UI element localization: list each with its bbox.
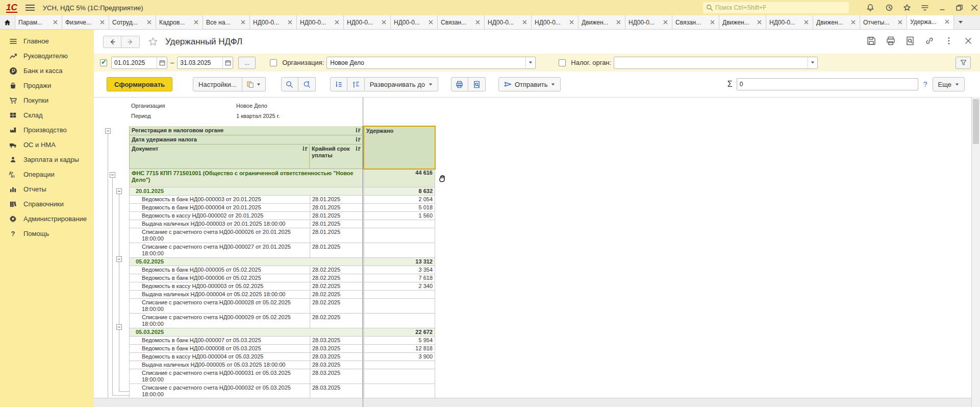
table-row[interactable]: Списание с расчетного счета НД00-000029 … [129,314,876,328]
tab-close-icon[interactable] [53,19,59,26]
sidebar-item-main[interactable]: Главное [0,34,94,49]
document-tab[interactable]: НД00-0... [532,15,579,29]
tab-close-icon[interactable] [240,19,246,26]
document-tab[interactable]: Парам... [15,15,62,29]
sidebar-item-administration[interactable]: Администрирование [0,211,94,226]
calendar-icon[interactable] [222,57,233,68]
calendar-icon[interactable] [157,57,167,68]
table-row[interactable]: Выдача наличных НД00-000005 от 05.03.202… [129,361,876,369]
tab-close-icon[interactable] [99,19,106,26]
tab-close-icon[interactable] [334,19,340,26]
autosum-field[interactable] [737,78,918,90]
sort-icon[interactable] [355,146,361,152]
table-row[interactable]: Списание с расчетного счета НД00-000031 … [129,369,876,384]
column-header-registration[interactable]: Регистрация в налоговом органе [129,126,363,135]
sort-icon[interactable] [355,128,361,134]
notifications-bell-icon[interactable] [866,4,875,12]
restore-window-icon[interactable] [955,4,964,12]
expand-to-button[interactable]: Разворачивать до [365,77,438,91]
document-tab[interactable]: Удержа... [907,15,954,29]
tab-close-icon[interactable] [428,19,434,26]
sidebar-item-manager[interactable]: Руководителю [0,49,94,63]
save-icon[interactable] [867,36,876,45]
sidebar-item-directories[interactable]: Справочники [0,197,94,211]
column-header-hold-date[interactable]: Дата удержания налога [129,135,363,145]
tools-menu-icon[interactable] [921,4,930,12]
generate-button[interactable]: Сформировать [107,77,172,91]
more-menu-icon[interactable] [944,36,953,45]
sidebar-item-fixed-assets[interactable]: ОС и НМА [0,137,94,152]
tax-authority-combo[interactable] [614,57,818,69]
collapse-date-group-box[interactable] [116,188,122,194]
table-row[interactable]: Списание с расчетного счета НД00-000027 … [129,243,876,258]
date-group-row[interactable]: 20.01.2025 8 632 [129,187,876,196]
table-row[interactable]: Ведомость в банк НД00-000004 от 20.01.20… [129,204,876,212]
sidebar-item-payroll[interactable]: Зарплата и кадры [0,152,94,167]
table-row[interactable]: Ведомость в банк НД00-000006 от 05.02.20… [129,274,876,282]
tab-close-icon[interactable] [850,19,857,26]
period-checkbox[interactable] [100,59,107,66]
tab-close-icon[interactable] [944,19,950,25]
table-row[interactable]: Списание с расчетного счета НД00-000032 … [129,384,876,399]
table-row[interactable]: Выдача наличных НД00-000003 от 20.01.202… [129,220,876,228]
organization-combo[interactable]: Новое Дело [326,57,536,69]
sidebar-item-operations[interactable]: ДтКтОперации [0,167,94,182]
tab-close-icon[interactable] [381,19,387,26]
document-tab[interactable]: Связан... [438,15,485,29]
collapse-date-group-box[interactable] [116,256,122,262]
sidebar-item-help[interactable]: ?Помощь [0,226,94,241]
sidebar-item-bank[interactable]: Банк и касса [0,63,94,78]
document-tab[interactable]: Отчеты... [860,15,907,29]
close-window-icon[interactable] [970,4,979,12]
sidebar-item-reports[interactable]: Отчеты [0,182,94,197]
chevron-down-icon[interactable] [808,57,817,68]
table-row[interactable]: Ведомость в банк НД00-000005 от 05.02.20… [129,266,876,274]
filter-funnel-button[interactable] [956,57,971,69]
collapse-fns-group-box[interactable] [110,172,115,178]
tab-close-icon[interactable] [475,19,481,26]
settings-button[interactable]: Настройки... [193,77,242,91]
document-tab[interactable]: Движен... [579,15,625,29]
scrollbar-thumb[interactable] [973,99,979,144]
document-tab[interactable]: Связан... [672,15,719,29]
tab-close-icon[interactable] [710,19,716,26]
sidebar-item-sales[interactable]: Продажи [0,78,94,93]
expand-groups-icon[interactable] [347,77,365,91]
document-tab[interactable]: Движен... [813,15,860,29]
document-tab[interactable]: НД00-0... [485,15,532,29]
tax-authority-checkbox[interactable] [559,59,566,66]
document-tab[interactable]: НД00-0... [344,15,391,29]
tab-overflow-icon[interactable] [954,15,967,29]
find-icon[interactable] [281,77,298,91]
minimize-icon[interactable] [939,4,948,12]
add-favorite-star-icon[interactable] [148,37,158,47]
table-row[interactable]: Ведомость в кассу НД00-000004 от 05.03.2… [129,353,876,361]
sort-icon[interactable] [355,137,361,143]
column-header-withheld-selected[interactable]: Удержано [364,126,435,169]
document-tab[interactable]: НД00-0... [625,15,672,29]
vertical-scrollbar[interactable] [971,97,980,407]
document-tab[interactable]: Все на... [203,15,250,29]
document-tab[interactable]: Сотруд... [109,15,156,29]
tab-close-icon[interactable] [616,19,622,26]
preview-icon[interactable] [906,36,915,45]
tab-close-icon[interactable] [663,19,669,26]
tab-close-icon[interactable] [803,19,810,26]
document-tab[interactable]: НД00-0... [297,15,344,29]
home-tab[interactable] [0,15,15,29]
column-header-deadline[interactable]: Крайний срок уплаты [310,145,363,169]
table-row[interactable]: Ведомость в банк НД00-000003 от 20.01.20… [129,196,876,204]
link-icon[interactable] [925,36,934,45]
sidebar-item-warehouse[interactable]: Склад [0,108,94,123]
tab-close-icon[interactable] [569,19,575,26]
more-button[interactable]: Еще [933,77,965,91]
document-tab[interactable]: Кадров... [156,15,203,29]
print-button-icon[interactable] [451,77,468,91]
print-preview-icon[interactable] [468,77,486,91]
table-row[interactable]: Ведомость в кассу НД00-000002 от 20.01.2… [129,212,876,220]
date-group-row[interactable]: 05.03.2025 22 672 [129,328,876,337]
sort-icon[interactable] [302,146,308,152]
sidebar-item-purchases[interactable]: Покупки [0,93,94,108]
document-tab[interactable]: Движен... [719,15,766,29]
date-to-field[interactable] [177,57,233,69]
